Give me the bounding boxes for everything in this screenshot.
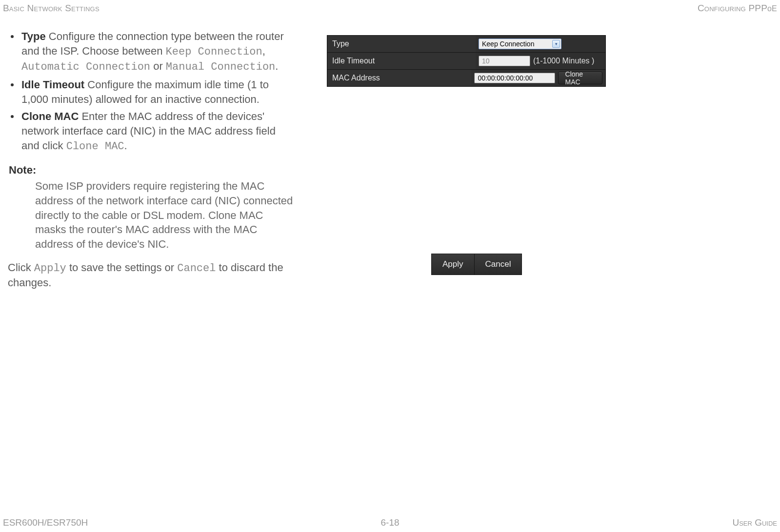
term-type: Type <box>21 30 46 42</box>
row-mac: MAC Address 00:00:00:00:00:00 Clone MAC <box>327 70 605 86</box>
bullet-clone: Clone MAC Enter the MAC address of the d… <box>20 109 296 154</box>
type-opt2: Automatic Connection <box>21 61 150 73</box>
footer-right: User Guide <box>732 517 777 528</box>
mac-input[interactable]: 00:00:00:00:00:00 <box>474 73 555 83</box>
clone-mac-button[interactable]: Clone MAC <box>558 72 602 84</box>
idle-input[interactable]: 10 <box>479 56 530 66</box>
field-idle: 10 (1-1000 Minutes ) <box>476 53 605 69</box>
label-idle: Idle Timeout <box>327 53 476 69</box>
header-left: Basic Network Settings <box>3 3 100 14</box>
settings-panel: Type Keep Connection ▾ Idle Timeout 10 (… <box>327 35 606 87</box>
label-mac: MAC Address <box>327 70 471 86</box>
idle-hint: (1-1000 Minutes ) <box>533 57 594 65</box>
bullet-type: Type Configure the connection type betwe… <box>20 29 296 75</box>
header-right-prefix: Configuring PPP <box>698 3 767 13</box>
bullet-idle: Idle Timeout Configure the maximum idle … <box>20 78 296 106</box>
header-right-suffix: oE <box>767 4 777 13</box>
clone-tail: . <box>124 139 127 152</box>
type-opt3: Manual Connection <box>166 61 275 73</box>
footer-center: 6-18 <box>380 517 399 528</box>
row-type: Type Keep Connection ▾ <box>327 36 605 53</box>
type-select-value: Keep Connection <box>482 40 534 48</box>
note-label: Note: <box>9 163 296 177</box>
term-clone: Clone MAC <box>21 110 79 122</box>
final-pre: Click <box>8 261 34 274</box>
bullet-list: Type Configure the connection type betwe… <box>8 29 296 154</box>
header-right: Configuring PPPoE <box>698 3 777 14</box>
chevron-down-icon: ▾ <box>552 40 560 48</box>
label-type: Type <box>327 36 476 52</box>
type-opt1: Keep Connection <box>166 46 262 58</box>
field-type: Keep Connection ▾ <box>476 36 605 52</box>
final-cancel: Cancel <box>177 262 216 275</box>
footer-left: ESR600H/ESR750H <box>3 517 88 528</box>
clone-mono: Clone MAC <box>66 140 124 153</box>
final-apply: Apply <box>34 262 66 275</box>
type-sep2: or <box>150 60 166 72</box>
type-tail: . <box>275 60 278 72</box>
cancel-button[interactable]: Cancel <box>475 254 522 275</box>
apply-button[interactable]: Apply <box>432 254 475 275</box>
term-idle: Idle Timeout <box>21 79 84 91</box>
note-body: Some ISP providers require registering t… <box>35 179 294 251</box>
field-mac: 00:00:00:00:00:00 Clone MAC <box>471 70 605 86</box>
row-idle: Idle Timeout 10 (1-1000 Minutes ) <box>327 53 605 70</box>
final-paragraph: Click Apply to save the settings or Canc… <box>8 260 296 290</box>
final-mid: to save the settings or <box>66 261 177 274</box>
type-select[interactable]: Keep Connection ▾ <box>479 39 561 49</box>
button-strip: Apply Cancel <box>431 254 522 275</box>
type-sep1: , <box>262 45 265 57</box>
content-column: Type Configure the connection type betwe… <box>8 29 296 290</box>
